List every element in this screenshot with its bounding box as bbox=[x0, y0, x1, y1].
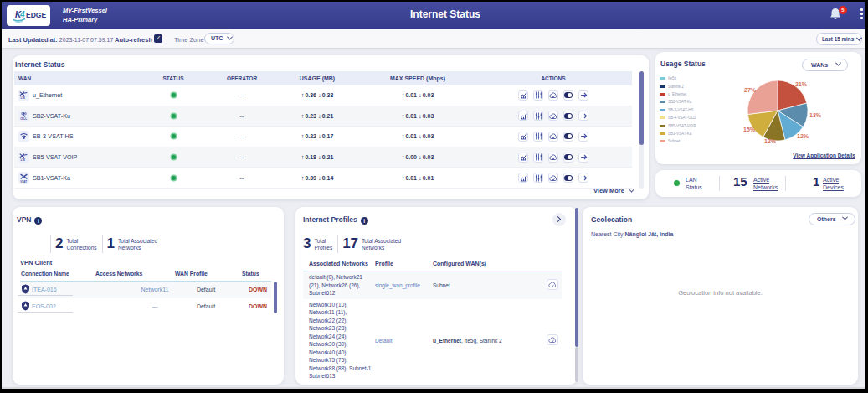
svg-text:LTE: LTE bbox=[21, 97, 25, 101]
svg-text:VSAT: VSAT bbox=[20, 179, 27, 183]
svg-text:LTE: LTE bbox=[21, 158, 25, 162]
svg-text:CELL: CELL bbox=[20, 117, 27, 121]
